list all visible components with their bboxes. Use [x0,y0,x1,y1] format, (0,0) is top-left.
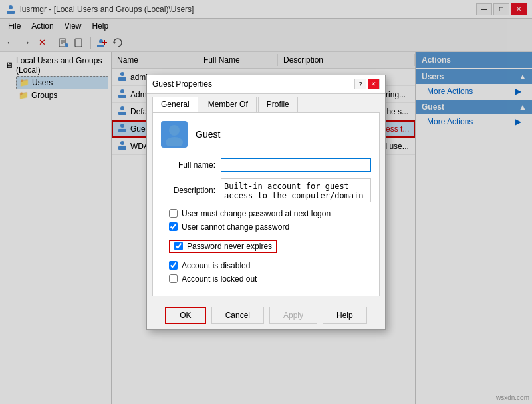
modal-body: Guest Full name: Description: Built-in a… [152,112,380,296]
cancel-button[interactable]: Cancel [211,307,264,324]
checkbox-account-locked[interactable] [169,274,178,283]
ok-button[interactable]: OK [165,307,205,324]
tab-general[interactable]: General [152,97,198,112]
checkbox-must-change-label: User must change password at next logon [182,209,331,218]
modal-close-button[interactable]: ✕ [368,79,380,89]
checkbox-row-5: Account is locked out [169,274,371,284]
checkbox-account-disabled[interactable] [169,261,178,270]
checkbox-must-change[interactable] [169,209,178,218]
tab-member-of[interactable]: Member Of [200,97,257,112]
modal-title: Guest Properties [152,79,212,89]
modal-overlay: Guest Properties ? ✕ General Member Of P… [0,0,532,404]
checkbox-never-expires-label: Password never expires [187,242,272,251]
user-avatar [161,121,188,148]
checkbox-row-2: User cannot change password [169,222,371,232]
fullname-input[interactable] [221,158,371,172]
user-info: Guest [161,121,371,148]
description-label: Description: [161,186,221,195]
modal-footer: OK Cancel Apply Help [147,302,385,329]
fullname-row: Full name: [161,158,371,172]
modal-help-button[interactable]: ? [354,79,366,89]
description-row: Description: Built-in account for guest … [161,178,371,202]
modal-tabs: General Member Of Profile [147,94,385,112]
svg-point-25 [166,137,183,146]
description-input[interactable]: Built-in account for guest access to the… [221,178,371,202]
checkbox-account-locked-label: Account is locked out [182,274,257,284]
modal-title-buttons: ? ✕ [354,79,380,89]
checkbox-row-4: Account is disabled [169,261,371,270]
svg-point-24 [169,125,180,136]
help-button[interactable]: Help [323,307,367,324]
apply-button[interactable]: Apply [269,307,317,324]
checkbox-never-expires[interactable] [174,242,183,250]
checkbox-row-1: User must change password at next logon [169,209,371,218]
checkbox-cannot-change[interactable] [169,222,178,231]
tab-profile[interactable]: Profile [258,97,298,112]
modal-guest-properties: Guest Properties ? ✕ General Member Of P… [146,75,386,330]
checkbox-row-3: Password never expires [169,240,277,253]
checkbox-account-disabled-label: Account is disabled [182,261,250,270]
fullname-label: Full name: [161,160,221,170]
modal-title-bar: Guest Properties ? ✕ [147,75,385,94]
user-name: Guest [196,129,220,140]
checkbox-cannot-change-label: User cannot change password [182,222,289,232]
